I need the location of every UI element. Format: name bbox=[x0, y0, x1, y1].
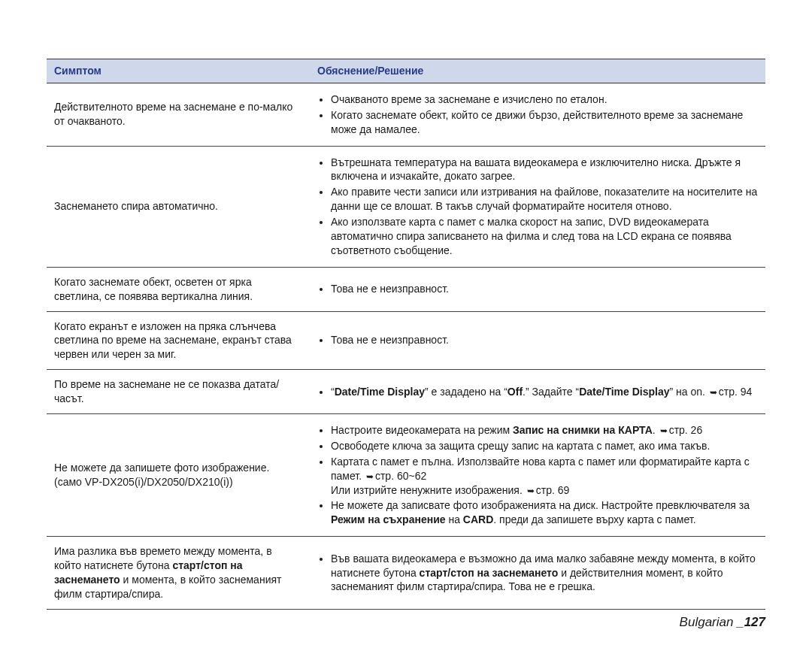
symptom-cell: Когато екранът е изложен на пряка слънче… bbox=[47, 311, 310, 370]
solution-item: Настроите видеокамерата на режим Запис н… bbox=[331, 423, 758, 438]
solution-list: Очакваното време за заснемане е изчислен… bbox=[317, 92, 758, 137]
table-row: Когато екранът е изложен на пряка слънче… bbox=[47, 311, 765, 370]
solution-cell: Очакваното време за заснемане е изчислен… bbox=[310, 83, 765, 146]
table-row: Действителното време на заснемане е по-м… bbox=[47, 83, 765, 146]
solution-list: Вътрешната температура на вашата видеока… bbox=[317, 156, 758, 258]
symptom-cell: Заснемането спира автоматично. bbox=[47, 146, 310, 267]
solution-item: Ако използвате карта с памет с малка ско… bbox=[331, 215, 758, 258]
symptom-cell: Действителното време на заснемане е по-м… bbox=[47, 83, 310, 146]
solution-item: Картата с памет е пълна. Използвайте нов… bbox=[331, 455, 758, 498]
symptom-cell: По време на заснемане не се показва дата… bbox=[47, 370, 310, 414]
page-footer: Bulgarian _127 bbox=[680, 615, 765, 630]
footer-language: Bulgarian _ bbox=[680, 615, 744, 629]
table-row: Не можете да запишете фото изображение. … bbox=[47, 414, 765, 537]
symptom-cell: Има разлика във времето между момента, в… bbox=[47, 537, 310, 610]
header-solution: Обяснение/Решение bbox=[310, 59, 765, 83]
table-row: Когато заснемате обект, осветен от ярка … bbox=[47, 267, 765, 311]
solution-list: Това не е неизправност. bbox=[317, 333, 758, 347]
symptom-cell: Когато заснемате обект, осветен от ярка … bbox=[47, 267, 310, 311]
solution-item: Това не е неизправност. bbox=[331, 333, 758, 347]
symptom-cell: Не можете да запишете фото изображение. … bbox=[47, 414, 310, 537]
table-header-row: Симптом Обяснение/Решение bbox=[47, 59, 765, 83]
solution-list: Настроите видеокамерата на режим Запис н… bbox=[317, 423, 758, 527]
solution-cell: Във вашата видеокамера е възможно да има… bbox=[310, 537, 765, 610]
solution-item: Ако правите чести записи или изтривания … bbox=[331, 185, 758, 213]
solution-cell: Настроите видеокамерата на режим Запис н… bbox=[310, 414, 765, 537]
solution-item: Когато заснемате обект, който се движи б… bbox=[331, 108, 758, 137]
solution-item: “Date/Time Display” е зададено на “Off.”… bbox=[331, 385, 758, 399]
solution-cell: Вътрешната температура на вашата видеока… bbox=[310, 146, 765, 267]
table-row: Има разлика във времето между момента, в… bbox=[47, 537, 765, 610]
solution-item: Вътрешната температура на вашата видеока… bbox=[331, 156, 758, 184]
table-row: По време на заснемане не се показва дата… bbox=[47, 370, 765, 414]
solution-item: Във вашата видеокамера е възможно да има… bbox=[331, 552, 758, 595]
solution-item: Освободете ключа за защита срещу запис н… bbox=[331, 439, 758, 453]
header-symptom: Симптом bbox=[47, 59, 310, 83]
solution-item: Не можете да записвате фото изображеният… bbox=[331, 498, 758, 527]
solution-list: “Date/Time Display” е зададено на “Off.”… bbox=[317, 385, 758, 399]
solution-cell: “Date/Time Display” е зададено на “Off.”… bbox=[310, 370, 765, 414]
troubleshooting-table: Симптом Обяснение/Решение Действителното… bbox=[47, 59, 765, 610]
manual-page: Симптом Обяснение/Решение Действителното… bbox=[0, 0, 812, 651]
solution-item: Това не е неизправност. bbox=[331, 282, 758, 296]
solution-list: Това не е неизправност. bbox=[317, 282, 758, 296]
solution-list: Във вашата видеокамера е възможно да има… bbox=[317, 552, 758, 595]
solution-cell: Това не е неизправност. bbox=[310, 311, 765, 370]
footer-page-number: 127 bbox=[744, 615, 765, 629]
table-row: Заснемането спира автоматично.Вътрешната… bbox=[47, 146, 765, 267]
solution-item: Очакваното време за заснемане е изчислен… bbox=[331, 92, 758, 107]
solution-cell: Това не е неизправност. bbox=[310, 267, 765, 311]
